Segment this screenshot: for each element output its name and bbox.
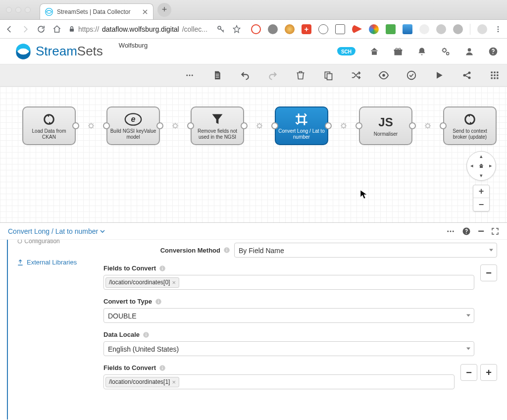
remove-group-button[interactable]: − [480, 264, 497, 281]
file-icon[interactable] [212, 70, 223, 81]
panel-help-icon[interactable] [462, 227, 471, 236]
zoom-out-button[interactable]: − [473, 198, 489, 211]
url-path: /collec... [182, 25, 207, 33]
bell-icon[interactable] [417, 47, 427, 56]
pan-left-icon[interactable]: ◂ [470, 162, 473, 169]
help-icon[interactable] [488, 47, 498, 56]
play-icon[interactable] [434, 70, 445, 81]
pan-up-icon[interactable]: ▴ [480, 153, 483, 159]
ext-icon-12[interactable] [436, 24, 446, 34]
ext-icon-9[interactable] [386, 24, 396, 34]
browser-tab[interactable]: StreamSets | Data Collector [40, 3, 153, 19]
zoom-in-button[interactable]: + [473, 185, 489, 198]
ext-icon-7[interactable] [352, 24, 362, 34]
svg-point-42 [450, 230, 452, 232]
svg-rect-57 [146, 334, 146, 336]
panel-expand-icon[interactable] [491, 227, 499, 235]
gears-icon[interactable] [441, 47, 451, 56]
share-icon[interactable] [461, 70, 472, 81]
home-button[interactable] [52, 25, 61, 34]
panel-minimize-icon[interactable]: − [478, 225, 484, 238]
forward-button[interactable] [21, 25, 30, 34]
gift-icon[interactable] [393, 47, 403, 56]
address-bar[interactable]: https://dataflow.wolfsburg.digital/colle… [68, 25, 209, 33]
shuffle-icon[interactable] [351, 70, 361, 81]
ext-icon-2[interactable] [268, 24, 278, 34]
token-remove-icon[interactable]: × [172, 279, 176, 286]
remove-group-button[interactable]: − [460, 364, 477, 381]
pan-control[interactable]: ▴ ◂ ▸ ▾ [466, 151, 496, 181]
pipeline-stage[interactable]: Send to context broker (update) [443, 106, 497, 145]
validate-icon[interactable] [406, 70, 417, 81]
star-icon[interactable] [232, 25, 241, 34]
stage-icon [40, 112, 58, 127]
copy-icon[interactable] [323, 70, 334, 81]
svg-rect-23 [491, 72, 493, 73]
token-remove-icon[interactable]: × [172, 378, 176, 386]
svg-rect-25 [497, 72, 498, 73]
ext-icon-11[interactable] [419, 24, 429, 34]
stage-icon [293, 112, 310, 127]
back-button[interactable] [5, 25, 14, 34]
svg-point-52 [162, 266, 163, 267]
svg-point-37 [257, 124, 261, 128]
pipeline-stage[interactable]: eBuild NGSI keyValue model [106, 106, 160, 145]
data-locale-select[interactable]: English (United States) [103, 341, 474, 356]
product-logo[interactable]: StreamSets [14, 42, 103, 61]
info-icon[interactable] [155, 298, 162, 305]
trash-icon[interactable] [295, 70, 306, 81]
pan-right-icon[interactable]: ▸ [489, 162, 492, 169]
fields-to-convert-input[interactable]: /location/coordinates[0]× [103, 275, 474, 290]
home-icon[interactable] [369, 47, 379, 56]
preview-icon[interactable] [378, 70, 389, 81]
svg-point-2 [218, 26, 221, 29]
window-zoom-dot[interactable] [25, 7, 31, 13]
info-icon[interactable] [159, 265, 166, 272]
convert-to-type-select[interactable]: DOUBLE [103, 308, 474, 323]
pan-home-icon[interactable] [478, 163, 484, 169]
ext-icon-3[interactable] [285, 24, 295, 34]
external-libraries-tab[interactable]: External Libraries [17, 259, 103, 266]
pipeline-canvas[interactable]: Load Data from CKANeBuild NGSI keyValue … [0, 87, 507, 223]
pipeline-stage[interactable]: Remove fields not used in the NGSI [191, 106, 244, 145]
fields-to-convert-input[interactable]: /location/coordinates[1]× [103, 374, 455, 389]
window-controls [6, 7, 31, 13]
ext-icon-1[interactable] [251, 24, 261, 34]
field-token[interactable]: /location/coordinates[1]× [105, 377, 179, 387]
pipeline-stage[interactable]: Load Data from CKAN [22, 106, 76, 145]
more-icon[interactable] [184, 70, 195, 81]
svg-rect-30 [494, 77, 495, 79]
ext-icon-6[interactable] [335, 24, 345, 34]
tab-close-icon[interactable] [142, 9, 148, 15]
reload-button[interactable] [37, 25, 46, 34]
config-tab-truncated[interactable]: Configuration [17, 240, 103, 245]
sch-badge[interactable]: SCH [337, 47, 355, 55]
info-icon[interactable] [143, 331, 150, 338]
info-icon[interactable] [223, 247, 230, 254]
ext-icon-13[interactable] [453, 24, 463, 34]
user-icon[interactable] [464, 47, 474, 56]
upload-icon [17, 259, 24, 266]
pan-down-icon[interactable]: ▾ [480, 172, 483, 179]
undo-icon[interactable] [240, 70, 251, 81]
profile-avatar-icon[interactable] [477, 24, 487, 34]
grid-icon[interactable] [489, 70, 500, 81]
new-tab-button[interactable]: + [157, 3, 171, 17]
svg-point-39 [426, 124, 430, 128]
menu-icon[interactable] [494, 25, 502, 33]
window-minimize-dot[interactable] [15, 7, 21, 13]
ext-icon-10[interactable] [403, 24, 412, 34]
selected-stage-name[interactable]: Convert Long / Lat to number [8, 227, 105, 235]
pipeline-stage[interactable]: JSNormaliser [359, 106, 412, 145]
key-icon[interactable] [216, 25, 225, 34]
ext-icon-8[interactable] [369, 24, 379, 34]
ext-icon-5[interactable] [318, 24, 328, 34]
pipeline-stage[interactable]: Convert Long / Lat to number [275, 106, 328, 145]
info-icon[interactable] [159, 365, 166, 371]
field-token[interactable]: /location/coordinates[0]× [105, 277, 179, 288]
conversion-method-select[interactable]: By Field Name [234, 243, 497, 258]
add-group-button[interactable]: + [480, 364, 497, 381]
ext-icon-4[interactable]: + [302, 24, 311, 34]
panel-more-icon[interactable] [446, 227, 455, 236]
window-close-dot[interactable] [6, 7, 12, 13]
